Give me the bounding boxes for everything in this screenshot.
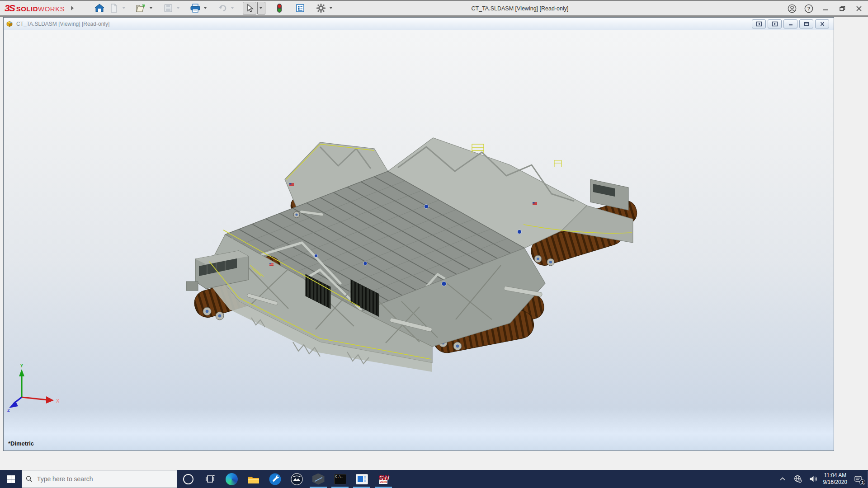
speaker-icon [809, 475, 817, 483]
document-window-buttons [752, 19, 829, 28]
taskbar-app-window[interactable] [351, 470, 373, 488]
help-icon: ? [804, 4, 813, 13]
minimize-icon [822, 5, 829, 12]
minimize-button[interactable] [820, 3, 831, 14]
home-button[interactable] [93, 2, 106, 14]
clock[interactable]: 11:04 AM 9/16/2020 [823, 472, 847, 486]
photos-icon [291, 473, 303, 485]
select-tool-dropdown[interactable] [257, 2, 265, 14]
search-icon [26, 475, 33, 483]
task-view-icon [204, 474, 215, 484]
taskbar-search[interactable] [22, 470, 177, 488]
pane-right-button[interactable] [768, 19, 782, 28]
taskbar-app-edge[interactable] [221, 470, 242, 488]
help-button[interactable]: ? [803, 3, 814, 14]
taskbar-app-solidworks[interactable]: SW 2020 [373, 470, 394, 488]
edge-icon [226, 473, 238, 485]
globe-offline-icon [794, 475, 802, 483]
hexagon-app-icon [312, 474, 325, 485]
close-icon [855, 5, 863, 12]
new-document-icon [110, 4, 118, 13]
start-button[interactable] [0, 470, 22, 488]
window-title: CT_TA.SLDASM [Viewing] [Read-only] [472, 1, 569, 16]
save-icon [164, 4, 173, 13]
tray-chevron-button[interactable] [777, 470, 788, 488]
window-controls: ? [787, 1, 864, 16]
taskbar-app-command-prompt[interactable]: C:\_ [329, 470, 351, 488]
search-input[interactable] [36, 475, 173, 483]
taskbar-app-task-view[interactable] [199, 470, 221, 488]
view-orientation-label: *Dimetric [8, 440, 34, 447]
taskbar-app-photos[interactable] [286, 470, 307, 488]
restore-icon [839, 5, 846, 12]
pane-left-icon [756, 21, 762, 27]
dassault-mark: 3S [5, 3, 14, 14]
triad-y-label: Y [20, 363, 24, 368]
app-titlebar: 3S SOLID WORKS [0, 0, 868, 17]
undo-dropdown [231, 7, 234, 9]
solidworks-logo: 3S SOLID WORKS [5, 3, 65, 14]
doc-restore-icon [803, 21, 810, 27]
options-dropdown[interactable] [330, 7, 332, 9]
action-center-button[interactable]: 2 [852, 470, 865, 488]
properties-button[interactable] [293, 2, 307, 14]
open-folder-icon [136, 4, 146, 13]
select-tool-button[interactable] [243, 2, 256, 14]
triad-x-label: X [56, 398, 60, 404]
taskbar-app-support-tool[interactable] [264, 470, 286, 488]
wrench-circle-icon [269, 473, 281, 485]
taskbar-app-cortana[interactable] [177, 470, 199, 488]
pane-left-button[interactable] [752, 19, 766, 28]
account-button[interactable] [787, 3, 797, 14]
taskbar-apps: C:\_ SW 2020 [177, 470, 394, 488]
document-window: CT_TA.SLDASM [Viewing] [Read-only] [3, 17, 834, 451]
undo-button [216, 2, 229, 14]
doc-restore-button[interactable] [799, 19, 813, 28]
notification-badge: 2 [859, 479, 865, 485]
document-title: CT_TA.SLDASM [Viewing] [Read-only] [16, 21, 109, 27]
cortana-icon [183, 474, 193, 484]
clock-date: 9/16/2020 [823, 479, 847, 486]
document-titlebar[interactable]: CT_TA.SLDASM [Viewing] [Read-only] [4, 18, 834, 30]
doc-close-icon [819, 21, 826, 27]
select-cursor-icon [245, 4, 254, 13]
undo-icon [217, 4, 227, 13]
open-button[interactable] [134, 2, 148, 14]
tray-volume-button[interactable] [808, 470, 819, 488]
graphics-viewport[interactable]: Y X Z *Dimetric [4, 30, 834, 450]
open-dropdown[interactable] [150, 7, 152, 9]
window-app-icon [356, 474, 368, 484]
doc-minimize-icon [788, 21, 794, 27]
home-icon [94, 4, 104, 13]
new-document-dropdown [123, 7, 125, 9]
print-button[interactable] [189, 2, 202, 14]
print-icon [190, 4, 201, 13]
solidworks-2020-icon: SW 2020 [378, 474, 388, 484]
svg-text:?: ? [807, 6, 811, 11]
new-document-button [107, 2, 121, 14]
account-icon [788, 4, 797, 13]
doc-close-button[interactable] [815, 19, 829, 28]
command-prompt-icon: C:\_ [334, 474, 346, 484]
stoplight-icon [277, 3, 282, 13]
options-button[interactable] [314, 2, 328, 14]
stoplight-button[interactable] [273, 2, 286, 14]
gear-icon [316, 3, 326, 13]
windows-logo-icon [7, 475, 15, 483]
restore-button[interactable] [837, 3, 848, 14]
clock-time: 11:04 AM [823, 472, 847, 479]
print-dropdown[interactable] [204, 7, 207, 9]
quick-toolbar [86, 2, 334, 14]
chevron-up-icon [779, 475, 786, 483]
logo-flyout-arrow[interactable] [71, 6, 74, 10]
doc-minimize-button[interactable] [783, 19, 797, 28]
close-button[interactable] [854, 3, 864, 14]
triad-z-label: Z [7, 408, 10, 413]
tray-network-button[interactable] [793, 470, 803, 488]
taskbar-app-file-explorer[interactable] [242, 470, 264, 488]
taskbar-app-hexagon[interactable] [307, 470, 329, 488]
assembly-icon [5, 20, 14, 28]
orientation-triad: Y X Z [5, 363, 69, 426]
taskbar: C:\_ SW 2020 [0, 470, 868, 488]
pane-right-icon [772, 21, 778, 27]
